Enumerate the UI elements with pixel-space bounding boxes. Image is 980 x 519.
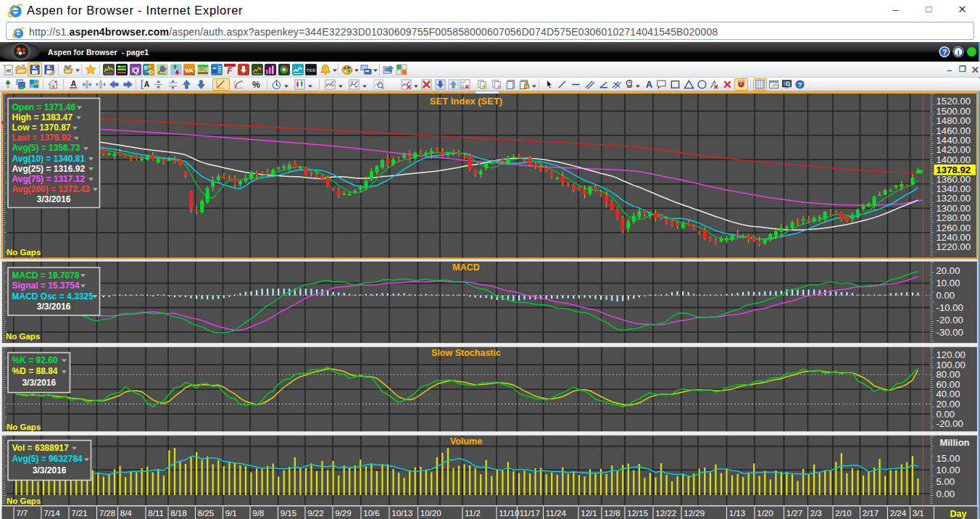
svg-text:Vol = 6388917: Vol = 6388917 (12, 443, 69, 453)
svg-text:2/3: 2/3 (810, 508, 822, 518)
svg-text:A: A (71, 80, 77, 88)
svg-text:Q: Q (133, 66, 139, 75)
svg-text:11/24: 11/24 (546, 508, 567, 518)
svg-text:A: A (646, 80, 652, 90)
svg-text:7/28: 7/28 (99, 508, 116, 518)
svg-text:8/11: 8/11 (148, 508, 164, 518)
svg-text:%D = 88.84: %D = 88.84 (12, 366, 58, 376)
svg-text:9/22: 9/22 (307, 508, 324, 518)
svg-text:%: % (252, 80, 260, 90)
svg-text:Million: Million (939, 437, 969, 448)
svg-text:7/14: 7/14 (43, 508, 60, 518)
svg-text:1/27: 1/27 (786, 508, 803, 518)
svg-text:3/3/2016: 3/3/2016 (37, 194, 71, 204)
svg-text:MACD: MACD (452, 262, 480, 273)
svg-text:0.00: 0.00 (937, 290, 955, 301)
svg-text:No Gaps: No Gaps (7, 423, 41, 431)
svg-text:3/3/2016: 3/3/2016 (22, 378, 56, 388)
svg-text:20.00: 20.00 (937, 265, 960, 276)
svg-text:SET Index (SET): SET Index (SET) (430, 96, 502, 107)
svg-text:11/10: 11/10 (499, 508, 519, 518)
svg-text:F: F (228, 66, 233, 76)
svg-text:Avg(25) = 1316.92: Avg(25) = 1316.92 (12, 164, 86, 174)
svg-text:-10.00: -10.00 (937, 302, 963, 313)
svg-text:10.00: 10.00 (937, 278, 960, 288)
svg-text:7/7: 7/7 (16, 508, 28, 518)
svg-text:1220.00: 1220.00 (937, 241, 971, 252)
svg-text:B: B (144, 65, 148, 70)
svg-text:WC: WC (199, 67, 207, 72)
svg-text:Avg(5) = 1356.73: Avg(5) = 1356.73 (12, 143, 80, 153)
svg-text:Volume: Volume (450, 436, 482, 447)
svg-text:Signal = 15.3754: Signal = 15.3754 (12, 281, 80, 291)
svg-text:Avg(75) = 1317.12: Avg(75) = 1317.12 (12, 174, 86, 184)
svg-text:9/29: 9/29 (335, 508, 352, 518)
svg-text:1378.92: 1378.92 (937, 165, 971, 175)
svg-text:1/13: 1/13 (729, 508, 746, 518)
svg-text:10.00: 10.00 (937, 465, 960, 476)
svg-text:MACD Osc = 4.3325: MACD Osc = 4.3325 (12, 291, 94, 302)
svg-text:12/1: 12/1 (581, 508, 597, 518)
svg-text:Low = 1370.87: Low = 1370.87 (12, 123, 71, 133)
svg-text:TICK: TICK (307, 68, 316, 72)
svg-text:8/25: 8/25 (198, 508, 215, 518)
svg-text:%K = 92.60: %K = 92.60 (12, 355, 58, 365)
svg-text:3/3/2016: 3/3/2016 (37, 302, 71, 312)
svg-text:i: i (957, 48, 959, 57)
svg-text:11/2: 11/2 (465, 508, 481, 518)
svg-text:Avg(5) = 9632784: Avg(5) = 9632784 (12, 454, 83, 464)
svg-text:3/3/2016: 3/3/2016 (33, 465, 67, 476)
svg-text:3/1: 3/1 (913, 508, 924, 518)
svg-text:Avg(200) = 1372.43: Avg(200) = 1372.43 (12, 184, 91, 194)
svg-text:8/18: 8/18 (170, 508, 187, 518)
svg-text:2/24: 2/24 (890, 508, 907, 518)
svg-text:-20.00: -20.00 (937, 315, 963, 325)
svg-text:9/1: 9/1 (225, 508, 237, 518)
svg-text:15.00: 15.00 (937, 453, 960, 464)
svg-text:No Gaps: No Gaps (6, 332, 40, 341)
svg-text:-30.00: -30.00 (937, 327, 963, 338)
svg-text:8/4: 8/4 (120, 508, 133, 518)
svg-text:Day: Day (950, 509, 967, 519)
svg-text:12/15: 12/15 (627, 508, 648, 518)
svg-text:MACD = 19.7078: MACD = 19.7078 (12, 270, 80, 281)
svg-text:12/29: 12/29 (684, 508, 705, 518)
svg-text:7/21: 7/21 (71, 508, 88, 518)
svg-text:-20.00: -20.00 (937, 418, 963, 429)
svg-text:Slow Stochastic: Slow Stochastic (431, 348, 501, 358)
svg-text:No Gaps: No Gaps (7, 248, 41, 257)
svg-text:?: ? (942, 49, 947, 57)
svg-text:WA: WA (185, 67, 194, 74)
svg-text:10/6: 10/6 (363, 508, 380, 518)
svg-text:1/20: 1/20 (757, 508, 773, 518)
svg-text:A: A (144, 80, 150, 88)
svg-text:2/10: 2/10 (835, 508, 852, 518)
svg-text:High = 1383.47: High = 1383.47 (12, 112, 73, 123)
svg-text:9/8: 9/8 (252, 508, 264, 518)
svg-text:12/8: 12/8 (604, 508, 620, 518)
svg-text:5.00: 5.00 (937, 476, 955, 487)
svg-text:9/15: 9/15 (281, 508, 297, 518)
svg-text:No Gaps: No Gaps (7, 497, 41, 505)
svg-text:2/17: 2/17 (863, 508, 879, 518)
svg-text:Open = 1371.46: Open = 1371.46 (12, 102, 76, 112)
svg-text:12/22: 12/22 (655, 508, 676, 518)
svg-text:10/13: 10/13 (391, 508, 412, 518)
svg-text:11/17: 11/17 (520, 508, 540, 518)
svg-text:Last = 1378.92: Last = 1378.92 (12, 133, 72, 143)
svg-text:Avg(10) = 1340.81: Avg(10) = 1340.81 (12, 154, 86, 164)
svg-text:0.00: 0.00 (937, 489, 955, 499)
svg-text:?: ? (797, 80, 802, 88)
svg-text:10/20: 10/20 (420, 508, 441, 518)
